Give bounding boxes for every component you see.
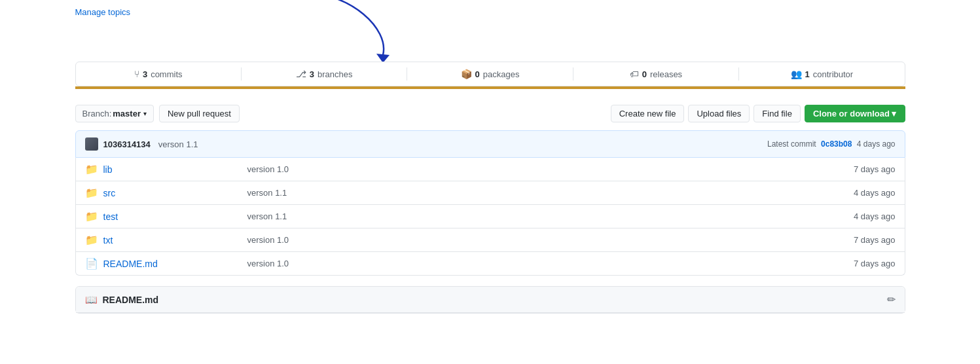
contributors-stat[interactable]: 👥 1 contributor bbox=[739, 67, 904, 81]
toolbar: Branch: master ▾ New pull request Create… bbox=[75, 97, 905, 130]
file-commit-message: version 1.0 bbox=[234, 164, 830, 174]
folder-icon: 📁 bbox=[85, 187, 98, 199]
file-commit-message: version 1.0 bbox=[234, 235, 830, 245]
table-row: 📁libversion 1.07 days ago bbox=[76, 158, 905, 181]
create-new-file-button[interactable]: Create new file bbox=[611, 105, 685, 122]
avatar bbox=[85, 137, 98, 151]
commit-meta: Latest commit 0c83b08 4 days ago bbox=[767, 139, 895, 149]
orange-divider bbox=[75, 86, 905, 89]
commit-time-ago: 4 days ago bbox=[857, 139, 896, 149]
commit-message: verson 1.1 bbox=[158, 139, 198, 149]
commits-count: 3 bbox=[143, 69, 147, 79]
commit-hash[interactable]: 0c83b08 bbox=[821, 139, 852, 149]
readme-title: 📖 README.md bbox=[85, 294, 159, 306]
table-row: 📁srcverson 1.14 days ago bbox=[76, 181, 905, 204]
packages-count: 0 bbox=[475, 69, 480, 79]
file-time-ago: 4 days ago bbox=[830, 211, 896, 221]
releases-label: releases bbox=[650, 69, 682, 79]
branches-label: branches bbox=[318, 69, 352, 79]
find-file-button[interactable]: Find file bbox=[753, 105, 801, 122]
releases-stat[interactable]: 🏷 0 releases bbox=[573, 67, 739, 81]
manage-topics-link[interactable]: Manage topics bbox=[75, 7, 131, 17]
commits-label: commits bbox=[151, 69, 182, 79]
file-browser: 1036314134 verson 1.1 Latest commit 0c83… bbox=[75, 130, 905, 276]
toolbar-left: Branch: master ▾ New pull request bbox=[75, 105, 240, 122]
commits-stat[interactable]: ⑂ 3 commits bbox=[76, 67, 242, 81]
stats-bar: ⑂ 3 commits ⎇ 3 branches 📦 0 packages 🏷 … bbox=[75, 62, 905, 86]
table-row: 📄README.mdversion 1.07 days ago bbox=[76, 251, 905, 275]
file-name: test bbox=[103, 211, 234, 222]
readme-title-text: README.md bbox=[103, 295, 159, 305]
packages-icon: 📦 bbox=[461, 69, 472, 79]
file-name: txt bbox=[103, 235, 234, 246]
commit-author-name: 1036314134 bbox=[103, 139, 151, 149]
file-time-ago: 7 days ago bbox=[830, 164, 896, 174]
file-link[interactable]: test bbox=[103, 211, 118, 222]
commit-info-row: 1036314134 verson 1.1 Latest commit 0c83… bbox=[75, 130, 905, 158]
branch-caret-icon: ▾ bbox=[143, 110, 147, 117]
branches-icon: ⎇ bbox=[296, 69, 306, 79]
latest-commit-label: Latest commit bbox=[767, 139, 816, 149]
new-pull-request-button[interactable]: New pull request bbox=[159, 105, 240, 122]
svg-marker-0 bbox=[376, 54, 390, 62]
file-name: lib bbox=[103, 164, 234, 175]
table-row: 📁testverson 1.14 days ago bbox=[76, 204, 905, 228]
file-commit-message: version 1.0 bbox=[234, 259, 830, 268]
branches-stat[interactable]: ⎇ 3 branches bbox=[242, 67, 407, 81]
file-link[interactable]: README.md bbox=[103, 259, 158, 269]
readme-section: 📖 README.md ✏ bbox=[75, 286, 905, 314]
file-icon: 📄 bbox=[85, 257, 98, 270]
file-name: src bbox=[103, 188, 234, 198]
packages-label: packages bbox=[483, 69, 520, 79]
folder-icon: 📁 bbox=[85, 163, 98, 175]
branches-count: 3 bbox=[310, 69, 314, 79]
manage-topics-bar: Manage topics bbox=[75, 0, 905, 22]
file-table: 📁libversion 1.07 days ago📁srcverson 1.14… bbox=[75, 158, 905, 276]
file-link[interactable]: src bbox=[103, 188, 116, 198]
branch-label-text: Branch: bbox=[82, 109, 112, 118]
file-link[interactable]: lib bbox=[103, 164, 113, 175]
arrow-annotation bbox=[75, 22, 905, 62]
file-link[interactable]: txt bbox=[103, 235, 113, 246]
readme-header: 📖 README.md ✏ bbox=[76, 287, 905, 313]
file-time-ago: 7 days ago bbox=[830, 235, 896, 245]
commits-icon: ⑂ bbox=[134, 69, 139, 79]
contributors-icon: 👥 bbox=[791, 69, 802, 79]
toolbar-right: Create new file Upload files Find file C… bbox=[611, 105, 905, 122]
edit-icon[interactable]: ✏ bbox=[887, 293, 896, 306]
releases-icon: 🏷 bbox=[630, 69, 639, 79]
file-time-ago: 4 days ago bbox=[830, 188, 896, 198]
contributors-label: contributor bbox=[813, 69, 853, 79]
file-time-ago: 7 days ago bbox=[830, 259, 896, 268]
branch-name: master bbox=[113, 109, 141, 118]
branch-selector[interactable]: Branch: master ▾ bbox=[75, 105, 154, 122]
file-name: README.md bbox=[103, 259, 234, 269]
book-icon: 📖 bbox=[85, 294, 98, 306]
folder-icon: 📁 bbox=[85, 210, 98, 223]
file-commit-message: verson 1.1 bbox=[234, 211, 830, 221]
contributors-count: 1 bbox=[805, 69, 810, 79]
packages-stat[interactable]: 📦 0 packages bbox=[407, 67, 573, 81]
clone-or-download-button[interactable]: Clone or download ▾ bbox=[805, 105, 905, 122]
file-commit-message: verson 1.1 bbox=[234, 188, 830, 198]
table-row: 📁txtversion 1.07 days ago bbox=[76, 228, 905, 251]
folder-icon: 📁 bbox=[85, 234, 98, 246]
commit-author: 1036314134 verson 1.1 bbox=[85, 137, 198, 151]
upload-files-button[interactable]: Upload files bbox=[688, 105, 750, 122]
releases-count: 0 bbox=[642, 69, 647, 79]
